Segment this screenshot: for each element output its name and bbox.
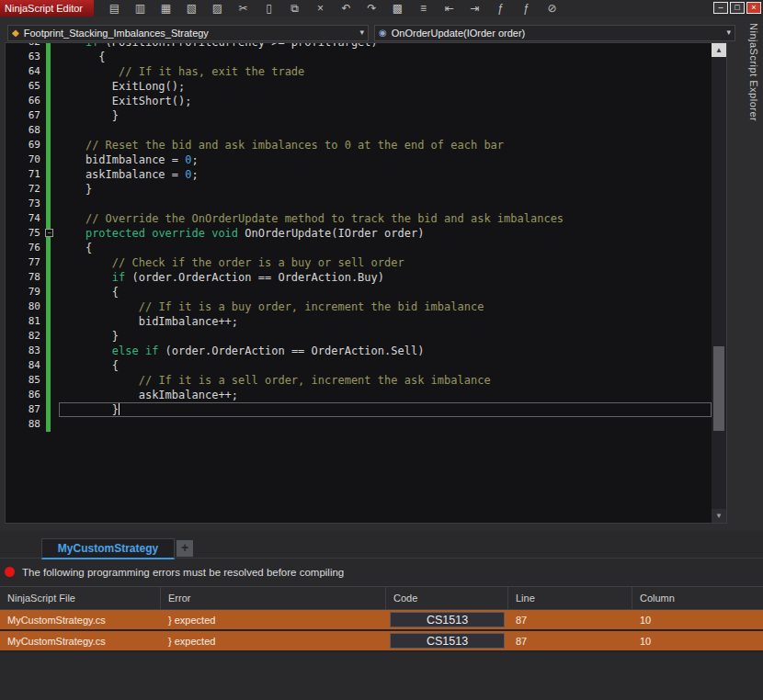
code-line[interactable]: 66 ExitShort(); — [6, 94, 712, 108]
change-bar — [46, 79, 51, 94]
code-line[interactable]: 64 // If it has, exit the trade — [6, 64, 712, 79]
error-table-header: NinjaScript FileErrorCodeLineColumn — [0, 586, 763, 610]
code-line[interactable]: 62 if (Position.ProfitCurrency >= profit… — [6, 43, 712, 50]
error-row[interactable]: MyCustomStrategy.cs} expectedCS15138710 — [0, 631, 763, 652]
code-line[interactable]: 74 // Override the OnOrderUpdate method … — [6, 211, 712, 226]
line-number: 80 — [6, 299, 46, 314]
line-number: 68 — [6, 123, 46, 138]
vertical-scrollbar[interactable]: ▲ ▼ — [712, 43, 726, 523]
cut-icon[interactable]: ✂ — [235, 0, 251, 17]
change-bar — [46, 241, 51, 255]
code-line[interactable]: 77 // Check if the order is a buy or sel… — [6, 255, 712, 270]
save-as-icon[interactable]: ▥ — [132, 0, 148, 17]
error-row[interactable]: MyCustomStrategy.cs} expectedCS15138710 — [0, 610, 763, 631]
line-number: 62 — [6, 43, 46, 50]
code-line[interactable]: 83 else if (order.OrderAction == OrderAc… — [6, 344, 712, 358]
line-number: 64 — [6, 64, 46, 79]
code-text: // Override the OnOrderUpdate method to … — [59, 211, 712, 226]
error-file-cell: MyCustomStrategy.cs — [0, 615, 161, 626]
line-number: 84 — [6, 358, 46, 373]
change-bar — [46, 329, 51, 344]
redo-icon[interactable]: ↷ — [364, 0, 380, 17]
code-line[interactable]: 73 — [6, 197, 712, 211]
alerts-off-icon[interactable]: ⊘ — [544, 0, 560, 17]
print-icon[interactable]: ▦ — [158, 0, 174, 17]
error-icon — [5, 567, 15, 577]
code-line[interactable]: 69 // Reset the bid and ask imbalances t… — [6, 138, 712, 152]
code-text: askImbalance++; — [59, 388, 712, 402]
code-line[interactable]: 84 { — [6, 358, 712, 373]
code-line[interactable]: 63 { — [6, 50, 712, 64]
line-number: 70 — [6, 152, 46, 167]
error-line-cell: 87 — [508, 636, 632, 647]
scroll-up-button[interactable]: ▲ — [712, 43, 726, 57]
code-line[interactable]: 87 } — [6, 402, 712, 417]
code-line[interactable]: 70 bidImbalance = 0; — [6, 152, 712, 167]
error-file-cell: MyCustomStrategy.cs — [0, 636, 161, 647]
code-text: // Reset the bid and ask imbalances to 0… — [59, 138, 712, 152]
code-text: { — [59, 50, 712, 64]
code-text: // If it is a buy order, increment the b… — [59, 299, 712, 314]
change-bar — [46, 64, 51, 79]
code-line[interactable]: 71 askImbalance = 0; — [6, 167, 712, 182]
page-setup-icon[interactable]: ▨ — [210, 0, 225, 17]
title-bar: NinjaScript Editor ▤▥▦▧▨✂▯⧉×↶↷▩≡⇤⇥ƒƒ⊘ – … — [0, 0, 763, 17]
code-snippet-icon[interactable]: ≡ — [416, 0, 431, 17]
code-line[interactable]: 79 { — [6, 285, 712, 299]
code-line[interactable]: 88 — [6, 417, 712, 432]
change-bar — [46, 402, 51, 417]
text-cursor — [119, 403, 120, 415]
code-line[interactable]: 76 { — [6, 241, 712, 255]
code-line[interactable]: 75 protected override void OnOrderUpdate… — [6, 226, 712, 241]
change-bar — [46, 94, 51, 108]
new-tab-button[interactable]: + — [177, 540, 193, 557]
scrollbar-thumb[interactable] — [713, 346, 724, 431]
code-text: bidImbalance = 0; — [59, 152, 712, 167]
code-text: protected override void OnOrderUpdate(IO… — [59, 226, 712, 241]
change-bar — [46, 285, 51, 299]
code-line[interactable]: 65 ExitLong(); — [6, 79, 712, 94]
code-line[interactable]: 72 } — [6, 182, 712, 197]
line-number: 77 — [6, 255, 46, 270]
tab-mycustomstrategy[interactable]: MyCustomStrategy — [41, 538, 175, 559]
delete-icon[interactable]: × — [313, 0, 328, 17]
code-line[interactable]: 78 if (order.OrderAction == OrderAction.… — [6, 270, 712, 285]
line-number: 85 — [6, 373, 46, 388]
strategy-combo[interactable]: ◆ Footprint_Stacking_Imbalances_Strategy… — [7, 25, 369, 41]
undo-icon[interactable]: ↶ — [338, 0, 354, 17]
code-editor[interactable]: 62 if (Position.ProfitCurrency >= profit… — [5, 42, 727, 524]
code-line[interactable]: 81 bidImbalance++; — [6, 314, 712, 329]
uncomment-icon[interactable]: ƒ — [518, 0, 534, 17]
code-line[interactable]: 82 } — [6, 329, 712, 344]
comment-icon[interactable]: ƒ — [493, 0, 508, 17]
compile-icon[interactable]: ▩ — [390, 0, 405, 17]
change-bar — [46, 138, 51, 152]
change-bar — [46, 50, 51, 64]
code-line[interactable]: 86 askImbalance++; — [6, 388, 712, 402]
code-line[interactable]: 85 // If it is a sell order, increment t… — [6, 373, 712, 388]
method-combo[interactable]: ◉ OnOrderUpdate(IOrder order) ▾ — [374, 25, 735, 41]
change-bar — [46, 299, 51, 314]
code-area[interactable]: 62 if (Position.ProfitCurrency >= profit… — [6, 43, 712, 523]
outdent-icon[interactable]: ⇤ — [441, 0, 457, 17]
scroll-down-button[interactable]: ▼ — [712, 509, 726, 523]
line-number: 79 — [6, 285, 46, 299]
maximize-button[interactable]: □ — [730, 2, 745, 14]
indent-icon[interactable]: ⇥ — [467, 0, 483, 17]
code-line[interactable]: 67 } — [6, 108, 712, 123]
error-code-badge: CS1513 — [390, 633, 505, 649]
paste-icon[interactable]: ▯ — [261, 0, 277, 17]
print-preview-icon[interactable]: ▧ — [184, 0, 199, 17]
fold-marker[interactable]: − — [45, 229, 53, 237]
code-line[interactable]: 68 — [6, 123, 712, 138]
code-line[interactable]: 80 // If it is a buy order, increment th… — [6, 299, 712, 314]
save-icon[interactable]: ▤ — [107, 0, 122, 17]
close-button[interactable]: × — [746, 2, 761, 14]
copy-icon[interactable]: ⧉ — [287, 0, 302, 17]
ninjascript-explorer-tab[interactable]: NinjaScript Explorer — [745, 17, 763, 524]
line-number: 63 — [6, 50, 46, 64]
minimize-button[interactable]: – — [713, 2, 728, 14]
change-bar — [46, 123, 51, 138]
code-text: bidImbalance++; — [59, 314, 712, 329]
code-text — [59, 123, 712, 138]
